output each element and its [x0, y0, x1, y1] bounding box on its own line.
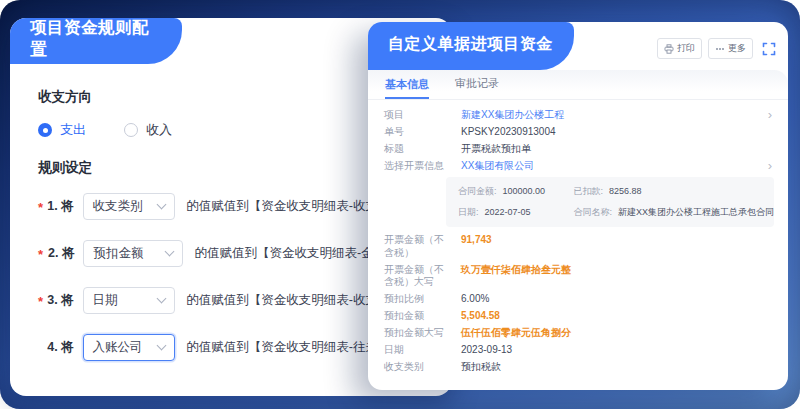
field-row: 单号KPSKY20230913004 [384, 126, 774, 139]
rule-number: 4. 将 [47, 339, 73, 356]
more-button-label: 更多 [728, 42, 746, 55]
contract-field: 已扣款:8256.88 [574, 186, 762, 197]
fields-top: 项目新建XX集团办公楼工程›单号KPSKY20230913004标题开票税款预扣… [384, 109, 774, 173]
detail-tabs: 基本信息 审批记录 [368, 70, 788, 100]
field-row: 开票金额（不含税）大写玖万壹仟柒佰肆拾叁元整 [384, 264, 774, 289]
contract-field-value: 8256.88 [609, 186, 642, 197]
field-select[interactable]: 预扣金额 [83, 240, 183, 267]
tab-approval-records[interactable]: 审批记录 [455, 76, 499, 99]
field-value: 91,743 [461, 234, 492, 247]
printer-icon [664, 44, 674, 54]
detail-fields: 项目新建XX集团办公楼工程›单号KPSKY20230913004标题开票税款预扣… [368, 100, 788, 374]
contract-field-label: 合同金额: [458, 186, 497, 197]
field-value: 玖万壹仟柒佰肆拾叁元整 [461, 264, 571, 277]
field-row: 选择开票信息XX集团有限公司› [384, 160, 774, 173]
field-row: 收支类别预扣税款 [384, 361, 774, 374]
document-toolbar: 打印 更多 [657, 38, 776, 59]
field-row: 预扣金额5,504.58 [384, 310, 774, 323]
select-value: 日期 [93, 292, 118, 309]
field-select[interactable]: 入账公司 [83, 334, 176, 361]
chevron-right-icon[interactable]: › [768, 108, 772, 121]
rule-number: 2. 将 [48, 245, 74, 262]
right-panel-title-ribbon: 自定义单据进项目资金 [368, 22, 574, 70]
select-value: 收支类别 [93, 198, 143, 215]
field-value[interactable]: XX集团有限公司 [461, 160, 534, 173]
field-label: 项目 [384, 109, 448, 122]
chevron-right-icon[interactable]: › [768, 159, 772, 172]
field-row: 预扣比例6.00% [384, 293, 774, 306]
chevron-down-icon [157, 340, 167, 350]
contract-field-value: 新建XX集团办公楼工程施工总承包合同 [618, 207, 774, 218]
field-value: 2023-09-13 [461, 344, 512, 357]
right-panel-title: 自定义单据进项目资金 [388, 34, 553, 55]
field-row: 标题开票税款预扣单 [384, 143, 774, 156]
field-value: 5,504.58 [461, 310, 500, 323]
radio-option-label: 支出 [60, 121, 86, 139]
field-label: 开票金额（不含税） [384, 234, 448, 259]
fullscreen-icon [762, 42, 776, 56]
required-asterisk: * [38, 200, 46, 215]
field-label: 单号 [384, 126, 448, 139]
fields-bottom: 开票金额（不含税）91,743开票金额（不含税）大写玖万壹仟柒佰肆拾叁元整预扣比… [384, 234, 774, 374]
left-panel-title: 项目资金规则配置 [30, 17, 164, 61]
contract-field-value: 2022-07-05 [485, 207, 531, 218]
field-value: 6.00% [461, 293, 489, 306]
field-value: 伍仟伍佰零肆元伍角捌分 [461, 327, 571, 340]
select-value: 预扣金额 [93, 245, 143, 262]
field-select[interactable]: 收支类别 [83, 193, 176, 220]
contract-info-box: 合同金额:100000.00已扣款:8256.88日期:2022-07-05合同… [446, 177, 774, 227]
field-value: KPSKY20230913004 [461, 126, 556, 139]
field-row: 开票金额（不含税）91,743 [384, 234, 774, 259]
required-asterisk: * [38, 294, 46, 309]
field-value[interactable]: 新建XX集团办公楼工程 [461, 109, 564, 122]
field-label: 预扣比例 [384, 293, 448, 306]
chevron-down-icon [157, 199, 167, 209]
required-asterisk: * [38, 247, 47, 262]
field-label: 选择开票信息 [384, 160, 448, 173]
select-value: 入账公司 [93, 339, 143, 356]
chevron-down-icon [165, 246, 175, 256]
field-label: 预扣金额大写 [384, 327, 448, 340]
screenshot-stage: 项目资金规则配置 收支方向 支出收入 规则设定 *1. 将收支类别的值赋值到【资… [0, 0, 800, 409]
field-label: 日期 [384, 344, 448, 357]
chevron-down-icon [157, 293, 167, 303]
field-row: 日期2023-09-13 [384, 344, 774, 357]
field-select[interactable]: 日期 [83, 287, 176, 314]
radio-option[interactable]: 收入 [124, 121, 172, 139]
contract-field-label: 日期: [458, 207, 479, 218]
field-row: 项目新建XX集团办公楼工程› [384, 109, 774, 122]
radio-option[interactable]: 支出 [38, 121, 86, 139]
contract-field: 合同名称:新建XX集团办公楼工程施工总承包合同 [574, 207, 762, 218]
contract-field: 合同金额:100000.00 [458, 186, 574, 197]
field-value: 预扣税款 [461, 361, 501, 374]
tab-basic-info[interactable]: 基本信息 [385, 77, 429, 100]
fullscreen-button[interactable] [762, 42, 776, 56]
radio-icon [38, 123, 52, 137]
print-button-label: 打印 [677, 42, 695, 55]
rule-number: 3. 将 [47, 292, 73, 309]
left-panel-title-ribbon: 项目资金规则配置 [10, 18, 182, 64]
field-row: 预扣金额大写伍仟伍佰零肆元伍角捌分 [384, 327, 774, 340]
contract-field-value: 100000.00 [503, 186, 546, 197]
field-label: 开票金额（不含税）大写 [384, 264, 448, 289]
more-button[interactable]: 更多 [708, 38, 753, 59]
field-value: 开票税款预扣单 [461, 143, 531, 156]
field-label: 标题 [384, 143, 448, 156]
contract-field-label: 合同名称: [574, 207, 613, 218]
contract-field: 日期:2022-07-05 [458, 207, 574, 218]
field-label: 预扣金额 [384, 310, 448, 323]
field-label: 收支类别 [384, 361, 448, 374]
contract-field-label: 已扣款: [574, 186, 604, 197]
document-detail-panel: 自定义单据进项目资金 打印 更多 [368, 22, 788, 390]
radio-icon [124, 123, 138, 137]
print-button[interactable]: 打印 [657, 38, 702, 59]
more-icon [715, 44, 725, 54]
rule-number: 1. 将 [47, 198, 73, 215]
radio-option-label: 收入 [146, 121, 172, 139]
